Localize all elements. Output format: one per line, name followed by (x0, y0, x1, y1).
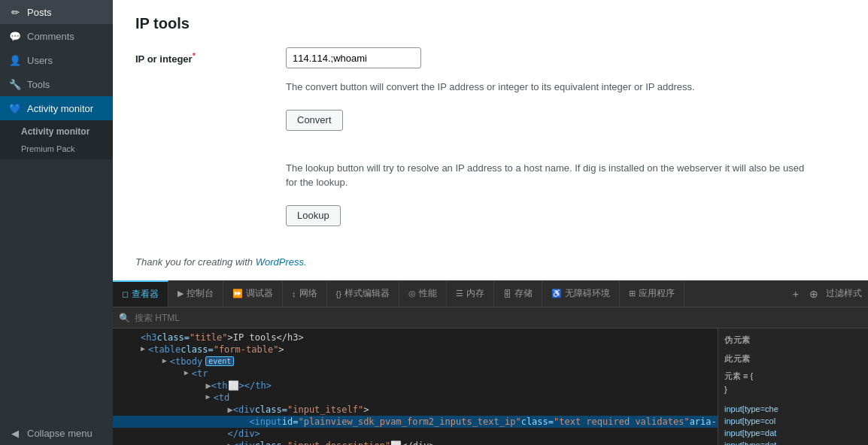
devtools-panel: ◻ 查看器 ▶ 控制台 ⏩ 调试器 ↕ 网络 {} 样式编辑器 (113, 280, 868, 445)
ip-form-row: IP or integer* (135, 47, 845, 68)
html-line-div-input-itself[interactable]: ▶ <div class="input_itself"> (113, 404, 718, 416)
users-icon: 👤 (9, 54, 21, 66)
sidebar-submenu: Activity monitor Premium Pack (0, 120, 113, 159)
convert-description: The convert button will convert the IP a… (286, 80, 812, 95)
network-tab-label: 网络 (299, 287, 317, 300)
devtools-tab-memory[interactable]: ☰ 内存 (447, 280, 494, 307)
sidebar-item-posts-label: Posts (27, 7, 52, 18)
pseudo-elements-title: 伪元素 (724, 335, 862, 346)
html-panel: <h3 class="title">IP tools</h3> ▶ <table… (113, 328, 718, 445)
element-section-title: 此元素 (724, 353, 862, 365)
search-icon: 🔍 (119, 313, 130, 323)
page-title: IP tools (135, 15, 845, 32)
activity-monitor-icon: 💙 (9, 102, 21, 114)
html-line-tr[interactable]: ▶ <tr (113, 368, 718, 380)
side-item-2: input[type=col (724, 415, 862, 427)
debugger-tab-label: 调试器 (246, 287, 273, 300)
accessibility-icon: ♿ (551, 289, 562, 298)
sidebar-item-comments[interactable]: 💬 Comments (0, 24, 113, 48)
event-badge: event (205, 356, 234, 366)
pseudo-elements-section: 伪元素 (724, 335, 862, 346)
sidebar-item-posts[interactable]: ✏ Posts (0, 0, 113, 24)
collapse-menu-label: Collapse menu (27, 428, 93, 439)
html-line-tbody[interactable]: ▶ <tbody event (113, 356, 718, 368)
style-editor-tab-label: 样式编辑器 (344, 287, 390, 300)
memory-tab-label: 内存 (466, 287, 484, 300)
sidebar-footer: ◀ Collapse menu (0, 421, 113, 445)
sidebar-item-activity-monitor-label: Activity monitor (27, 103, 93, 114)
console-tab-label: 控制台 (187, 287, 214, 300)
convert-button[interactable]: Convert (286, 110, 343, 131)
network-icon: ↕ (292, 289, 296, 298)
side-items-section: input[type=che input[type=col input[type… (724, 403, 862, 445)
html-line-th[interactable]: ▶ <th⬜></th> (113, 380, 718, 392)
collapse-menu-button[interactable]: ◀ Collapse menu (0, 421, 113, 445)
lookup-button[interactable]: Lookup (286, 205, 341, 226)
html-line-table[interactable]: ▶ <table class="form-table"> (113, 344, 718, 356)
performance-icon: ◎ (408, 289, 416, 298)
main-content: IP tools IP or integer* The convert butt… (113, 0, 868, 280)
sidebar-item-users[interactable]: 👤 Users (0, 48, 113, 72)
side-item-3: input[type=dat (724, 427, 862, 439)
application-tab-label: 应用程序 (639, 287, 675, 300)
sidebar-submenu-subtitle: Premium Pack (0, 143, 113, 159)
filter-label: 过滤样式 (826, 287, 862, 300)
convert-button-row: Convert (286, 110, 845, 146)
sidebar-submenu-title[interactable]: Activity monitor (0, 120, 113, 143)
devtools-body: <h3 class="title">IP tools</h3> ▶ <table… (113, 328, 868, 445)
devtools-tab-console[interactable]: ▶ 控制台 (168, 280, 223, 307)
devtools-toolbar-right: + ⊕ 过滤样式 (790, 286, 868, 301)
collapse-icon: ◀ (9, 427, 21, 439)
h3-tag: <h3 (141, 332, 157, 343)
html-line-td[interactable]: ▶ <td (113, 392, 718, 404)
devtools-tab-storage[interactable]: 🗄 存储 (494, 280, 542, 307)
sidebar-item-activity-monitor[interactable]: 💙 Activity monitor (0, 96, 113, 120)
devtools-tab-application[interactable]: ⊞ 应用程序 (620, 280, 684, 307)
devtools-tab-inspector[interactable]: ◻ 查看器 (113, 280, 168, 307)
sidebar-item-tools[interactable]: 🔧 Tools (0, 72, 113, 96)
devtools-tab-network[interactable]: ↕ 网络 (283, 280, 327, 307)
add-panel-button[interactable]: + (790, 286, 802, 301)
html-line-h3[interactable]: <h3 class="title">IP tools</h3> (113, 331, 718, 344)
element-rule-close: } (724, 383, 862, 395)
accessibility-tab-label: 无障碍环境 (565, 287, 610, 300)
wordpress-link[interactable]: WordPress (256, 256, 304, 268)
html-line-input-selected[interactable]: <input id="plainview_sdk_pvam_form2_inpu… (113, 416, 718, 428)
style-editor-icon: {} (336, 289, 341, 298)
sidebar-item-users-label: Users (27, 55, 53, 66)
lookup-description: The lookup button will try to resolve an… (286, 161, 812, 190)
console-icon: ▶ (178, 289, 184, 298)
side-item-1: input[type=che (724, 403, 862, 415)
inspector-tab-label: 查看器 (132, 288, 159, 301)
storage-tab-label: 存储 (514, 287, 533, 300)
debugger-icon: ⏩ (232, 289, 243, 298)
ip-input[interactable] (286, 47, 421, 68)
table-toggle[interactable]: ▶ (141, 344, 145, 353)
html-search-input[interactable] (135, 313, 862, 323)
inspector-icon: ◻ (122, 289, 129, 299)
devtools-styles-panel: 伪元素 此元素 元素 ≡ { } input[type=che input[ty (718, 328, 868, 445)
devtools-tab-accessibility[interactable]: ♿ 无障碍环境 (542, 280, 620, 307)
tr-toggle[interactable]: ▶ (184, 368, 189, 377)
html-line-div-close[interactable]: </div> (113, 428, 718, 440)
pin-button[interactable]: ⊕ (806, 286, 821, 301)
sidebar-item-tools-label: Tools (27, 79, 50, 90)
html-line-div-desc[interactable]: ▶ <div class="input_description"⬜</div> (113, 440, 718, 445)
element-section: 此元素 元素 ≡ { } (724, 353, 862, 395)
td-toggle[interactable]: ▶ (206, 392, 211, 401)
element-rule: 元素 ≡ { (724, 369, 862, 383)
performance-tab-label: 性能 (419, 287, 437, 300)
application-icon: ⊞ (629, 289, 636, 298)
posts-icon: ✏ (9, 6, 21, 18)
devtools-tab-style-editor[interactable]: {} 样式编辑器 (327, 280, 399, 307)
sidebar: ✏ Posts 💬 Comments 👤 Users 🔧 Tools 💙 Act… (0, 0, 113, 445)
devtools-tab-performance[interactable]: ◎ 性能 (399, 280, 447, 307)
submenu-subtitle-label: Premium Pack (21, 144, 75, 153)
devtools-tab-debugger[interactable]: ⏩ 调试器 (223, 280, 283, 307)
tbody-toggle[interactable]: ▶ (162, 356, 167, 365)
ip-field-label: IP or integer* (135, 51, 286, 65)
tools-icon: 🔧 (9, 78, 21, 90)
devtools-search-bar: 🔍 (113, 307, 868, 328)
submenu-title-label: Activity monitor (21, 126, 90, 137)
side-item-4: input[type=dat (724, 439, 862, 445)
